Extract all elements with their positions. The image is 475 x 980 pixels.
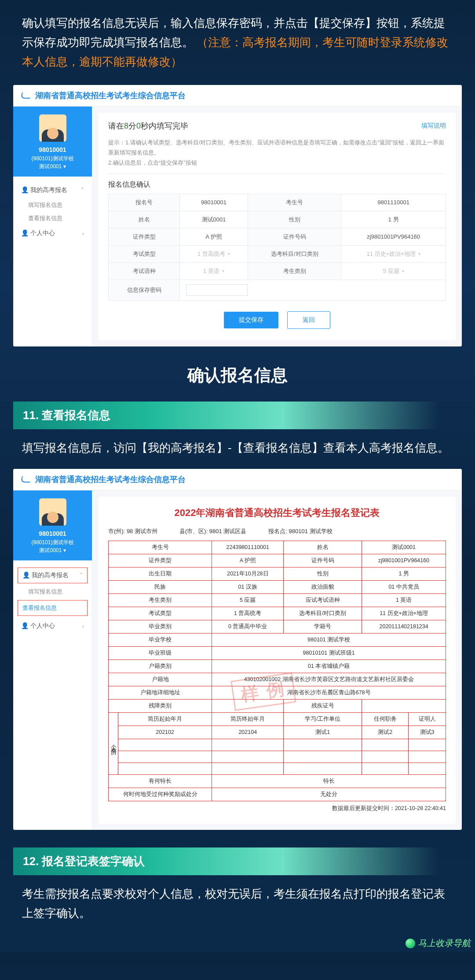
lbl-pw: 信息保存密码 [109,280,180,300]
val-xb: 1 男 [341,211,446,228]
platform-logo [21,92,31,99]
caret-down-icon: ▾ [418,251,420,256]
step-12-body: 考生需按报名点要求校对个人信息，校对无误后，考生须在报名点打印的报名登记表上签字… [0,884,475,934]
select-xk[interactable]: 11 历史+政治+地理▾ [341,245,446,262]
meta-county: 县(市、区): 9801 测试区县 [179,527,246,535]
meta-site: 报名点: 980101 测试学校 [268,527,332,535]
user-icon: 👤 [21,622,29,629]
meta-city: 市(州): 98 测试市州 [108,527,157,535]
chevron-down-icon: ˅ [80,572,83,578]
user-icon: 👤 [21,186,29,193]
meta-row: 市(州): 98 测试市州 县(市、区): 9801 测试区县 报名点: 980… [108,527,446,535]
select-kslx[interactable]: 1 普高统考▾ [180,245,248,262]
lbl-yz: 考试语种 [109,262,180,280]
avatar [39,114,66,142]
screenshot-confirm-info: 湖南省普通高校招生考试考生综合信息平台 98010001 (980101)测试学… [13,85,462,346]
lbl-xb: 性别 [248,211,341,228]
lbl-kslx: 考试类型 [109,245,180,262]
intro-text: 确认填写的报名信息无误后，输入信息保存密码，并点击【提交保存】按钮，系统提示保存… [0,13,475,85]
chevron-down-icon: ˅ [81,187,84,193]
select-kslb[interactable]: 5 应届▾ [341,262,446,280]
password-input[interactable] [186,284,248,296]
submit-button[interactable]: 提交保存 [224,312,278,328]
val-zjhm: zj9801001PV964160 [341,228,446,245]
val-bmh: 98010001 [180,194,248,211]
step-12-bar: 12. 报名登记表签字确认 [13,847,462,875]
lbl-zjlx: 证件类型 [109,228,180,245]
user-card: 98010001 (980101)测试学校 测试0001 ▾ [13,107,92,177]
nav-personal-center[interactable]: 👤 个人中心 ‹ [13,618,92,634]
lbl-bmh: 报名号 [109,194,180,211]
platform-header: 湖南省普通高校招生考试考生综合信息平台 [13,469,462,490]
tip-line2: 2.确认信息后，点击“提交保存”按钮 [108,158,446,168]
platform-logo [21,476,31,483]
screenshot-view-info: 湖南省普通高校招生考试考生综合信息平台 98010001 (980101)测试学… [13,469,462,830]
user-id: 98010001 [17,529,88,538]
user-id: 98010001 [17,145,88,155]
platform-title: 湖南省普通高校招生考试考生综合信息平台 [35,474,186,485]
nav-view-info[interactable]: 查看报名信息 [13,212,92,225]
val-zjlx: A 护照 [180,228,248,245]
tips: 提示：1.请确认考试类型、选考科目/对口类别、考生类别、应试外语语种信息是否填写… [108,137,446,174]
fill-timer: 请在8分0秒内填写完毕 [108,121,188,131]
caret-down-icon: ▾ [228,251,230,256]
last-updated: 数据最后更新提交时间：2021-10-28 22:40:41 [108,805,446,812]
caret-down-icon: ▾ [222,269,224,273]
user-name: 测试0001 ▾ [17,162,88,170]
lbl-ksh: 考生号 [248,194,341,211]
form-title: 2022年湖南省普通高校招生考试考生报名登记表 [108,506,446,519]
platform-header: 湖南省普通高校招生考试考生综合信息平台 [13,85,462,107]
avatar [39,498,66,526]
instruction-link[interactable]: 填写说明 [421,122,446,130]
chevron-left-icon: ‹ [82,623,84,629]
nav-personal-center[interactable]: 👤 个人中心 ‹ [13,225,92,242]
user-school: (980101)测试学校 [17,155,88,162]
platform-title: 湖南省普通高校招生考试考生综合信息平台 [35,90,186,101]
content-area: 2022年湖南省普通高校招生考试考生报名登记表 市(州): 98 测试市州 县(… [99,497,456,824]
lbl-zjhm: 证件号码 [248,228,341,245]
nav-fill-info[interactable]: 填写报名信息 [13,199,92,212]
lbl-xk: 选考科目/对口类别 [248,245,341,262]
chevron-left-icon: ‹ [82,231,84,236]
step-11-body: 填写报名信息后，访问【我的高考报名】-【查看报名信息】查看本人高考报名信息。 [0,438,475,469]
caret-down-icon: ▾ [402,269,404,273]
nav-view-info-highlight[interactable]: 查看报名信息 [18,600,88,616]
watermark-text: 马上收录导航 [418,937,471,949]
nav-fill-info[interactable]: 填写报名信息 [13,585,92,598]
watermark: 马上收录导航 [406,937,471,949]
resume-vertical-label: 个人简历 [109,712,118,774]
sidebar: 98010001 (980101)测试学校 测试0001 ▾ 👤 我的高考报名 … [13,490,92,830]
content-area: 请在8分0秒内填写完毕 填写说明 提示：1.请确认考试类型、选考科目/对口类别、… [99,113,456,340]
user-icon: 👤 [21,229,29,236]
section-heading: 确认报名信息 [0,364,475,387]
val-ksh: 9801110001 [341,194,446,211]
user-name: 测试0001 ▾ [17,546,88,554]
nav-my-gaokao-highlight[interactable]: 👤 我的高考报名 ˅ [18,567,88,583]
user-school: (980101)测试学校 [17,538,88,546]
select-yz[interactable]: 1 英语▾ [180,262,248,280]
back-button[interactable]: 返回 [287,311,330,329]
lbl-kslb: 考生类别 [248,262,341,280]
val-xm: 测试0001 [180,211,248,228]
globe-icon [406,939,415,948]
nav-my-gaokao[interactable]: 👤 我的高考报名 ˅ [13,182,92,199]
registration-table: 考生号22439801110001 姓名测试0001 证件类型A 护照 证件号码… [108,541,446,801]
section-title: 报名信息确认 [108,180,446,189]
user-card: 98010001 (980101)测试学校 测试0001 ▾ [13,490,92,560]
sidebar: 98010001 (980101)测试学校 测试0001 ▾ 👤 我的高考报名 … [13,107,92,346]
tip-line1: 提示：1.请确认考试类型、选考科目/对口类别、考生类别、应试外语语种信息是否填写… [108,137,446,158]
step-11-bar: 11. 查看报名信息 [13,402,462,429]
lbl-xm: 姓名 [109,211,180,228]
confirm-table: 报名号 98010001 考生号 9801110001 姓名 测试0001 性别… [108,194,446,301]
user-icon: 👤 [22,571,30,578]
